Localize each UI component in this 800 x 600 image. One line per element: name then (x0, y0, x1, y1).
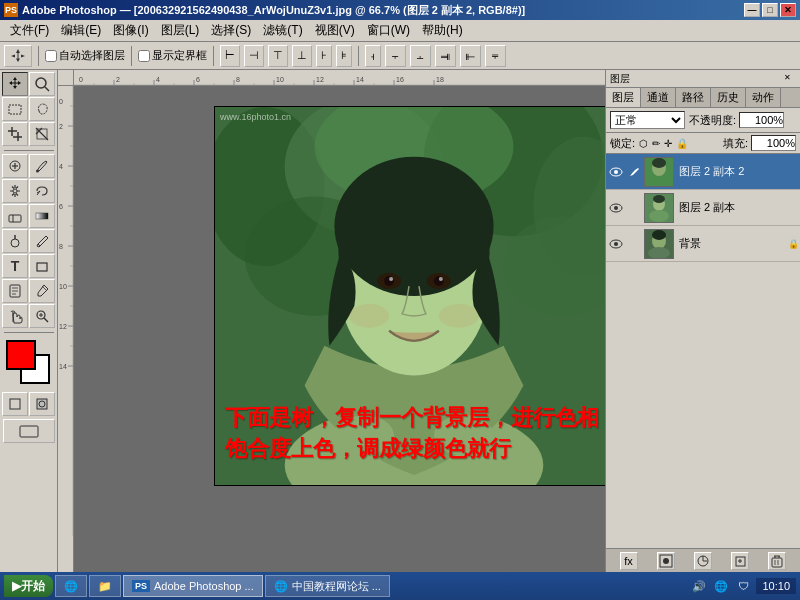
blend-mode-select[interactable]: 正常 溶解 正片叠底 滤色 (610, 111, 685, 129)
lock-paint-icon[interactable]: ✏ (652, 138, 660, 149)
ps-canvas[interactable]: www.16photo1.cn 下面是树，复制一个背景层，进行色相饱合度上色，调… (214, 106, 605, 486)
slice-btn[interactable] (29, 122, 55, 146)
zoom-tool-btn[interactable] (29, 72, 55, 96)
align-top-btn[interactable]: ⊥ (292, 45, 312, 67)
opacity-input[interactable] (739, 112, 784, 128)
eraser-btn[interactable] (2, 204, 28, 228)
pen-icon (34, 233, 50, 249)
text-btn[interactable]: T (2, 254, 28, 278)
pen-btn[interactable] (29, 229, 55, 253)
tab-paths[interactable]: 路径 (676, 88, 711, 107)
crop-btn[interactable] (2, 122, 28, 146)
svg-text:12: 12 (59, 323, 67, 330)
layer-visibility-1[interactable] (608, 200, 624, 216)
notes-btn[interactable] (2, 279, 28, 303)
distribute-center-btn[interactable]: ⫟ (385, 45, 406, 67)
svg-point-111 (652, 158, 666, 168)
dodge-btn[interactable] (2, 229, 28, 253)
tab-history[interactable]: 历史 (711, 88, 746, 107)
align-center-h-btn[interactable]: ⊣ (244, 45, 264, 67)
taskbar-icon-e[interactable]: 🌐 (55, 575, 87, 597)
lasso-btn[interactable] (29, 97, 55, 121)
heal-btn[interactable] (2, 154, 28, 178)
canvas-scroll-area[interactable]: www.16photo1.cn 下面是树，复制一个背景层，进行色相饱合度上色，调… (74, 86, 605, 572)
tab-actions[interactable]: 动作 (746, 88, 781, 107)
taskbar-photoshop[interactable]: PS Adobe Photoshop ... (123, 575, 263, 597)
ie-icon: 🌐 (64, 580, 78, 593)
layer-item-1[interactable]: 图层 2 副本 (606, 190, 800, 226)
layer-name-2: 背景 (676, 236, 786, 251)
gradient-btn[interactable] (29, 204, 55, 228)
menu-edit[interactable]: 编辑(E) (55, 20, 107, 41)
menu-filter[interactable]: 滤镜(T) (257, 20, 308, 41)
brush-icon (34, 158, 50, 174)
align-right-btn[interactable]: ⊤ (268, 45, 288, 67)
tool-row-7 (0, 229, 57, 253)
svg-text:2: 2 (59, 123, 63, 130)
minimize-button[interactable]: — (744, 3, 760, 17)
new-layer-btn[interactable] (731, 552, 749, 570)
mode-row (0, 392, 57, 416)
maximize-button[interactable]: □ (762, 3, 778, 17)
menu-view[interactable]: 视图(V) (309, 20, 361, 41)
system-tray: 🔊 🌐 🛡 10:10 (690, 577, 796, 595)
layer-visibility-0[interactable] (608, 164, 624, 180)
layer-fx-btn[interactable]: fx (620, 552, 638, 570)
foreground-color-swatch[interactable] (6, 340, 36, 370)
taskbar-icon-folder[interactable]: 📁 (89, 575, 121, 597)
brush-indicator-0 (628, 166, 640, 178)
lock-position-icon[interactable]: ✛ (664, 138, 672, 149)
distribute-left-btn[interactable]: ⫞ (365, 45, 381, 67)
lock-all-icon[interactable]: 🔒 (676, 138, 688, 149)
menu-image[interactable]: 图像(I) (107, 20, 154, 41)
screen-mode-btn[interactable] (3, 419, 55, 443)
align-left-btn[interactable]: ⊢ (220, 45, 240, 67)
lock-transparent-icon[interactable]: ⬡ (639, 138, 648, 149)
rect-marquee-btn[interactable] (2, 97, 28, 121)
menu-select[interactable]: 选择(S) (205, 20, 257, 41)
move-tool-btn[interactable] (2, 72, 28, 96)
panel-close-btn[interactable]: ✕ (784, 73, 796, 85)
svg-point-101 (389, 277, 393, 281)
layer-item-2[interactable]: 背景 🔒 (606, 226, 800, 262)
history-brush-btn[interactable] (29, 179, 55, 203)
layer-adj-btn[interactable] (694, 552, 712, 570)
menu-window[interactable]: 窗口(W) (361, 20, 416, 41)
distribute-bottom-btn[interactable]: ⫧ (485, 45, 506, 67)
options-toolbar: 自动选择图层 显示定界框 ⊢ ⊣ ⊤ ⊥ ⊦ ⊧ ⫞ ⫟ ⫠ ⫥ ⫦ ⫧ (0, 42, 800, 70)
menu-file[interactable]: 文件(F) (4, 20, 55, 41)
menu-layer[interactable]: 图层(L) (155, 20, 206, 41)
tab-layers[interactable]: 图层 (606, 88, 641, 107)
layer-mask-btn[interactable] (657, 552, 675, 570)
menu-help[interactable]: 帮助(H) (416, 20, 469, 41)
zoom-icon (34, 76, 50, 92)
brush-btn[interactable] (29, 154, 55, 178)
quick-mask-btn[interactable] (29, 392, 55, 416)
clone-btn[interactable] (2, 179, 28, 203)
delete-layer-btn[interactable] (768, 552, 786, 570)
zoom-btn[interactable] (29, 304, 55, 328)
fill-input[interactable] (751, 135, 796, 151)
distribute-middle-btn[interactable]: ⫦ (460, 45, 481, 67)
shape-btn[interactable] (29, 254, 55, 278)
hand-btn[interactable] (2, 304, 28, 328)
distribute-right-btn[interactable]: ⫠ (410, 45, 431, 67)
taskbar-browser[interactable]: 🌐 中国教程网论坛 ... (265, 575, 390, 597)
close-button[interactable]: ✕ (780, 3, 796, 17)
svg-rect-19 (37, 263, 47, 271)
tab-channels[interactable]: 通道 (641, 88, 676, 107)
align-bottom-btn[interactable]: ⊧ (336, 45, 352, 67)
auto-select-checkbox[interactable] (45, 50, 57, 62)
layer-item-0[interactable]: 图层 2 副本 2 (606, 154, 800, 190)
distribute-top-btn[interactable]: ⫥ (435, 45, 456, 67)
tool-options-btn[interactable] (4, 45, 32, 67)
tool-row-3 (0, 122, 57, 146)
start-button[interactable]: ▶ 开始 (4, 575, 53, 597)
eyedropper-btn[interactable] (29, 279, 55, 303)
show-bounds-checkbox[interactable] (138, 50, 150, 62)
ruler-h-svg: 0 2 4 6 8 10 12 14 (74, 70, 605, 85)
lock-label: 锁定: (610, 136, 635, 151)
align-center-v-btn[interactable]: ⊦ (316, 45, 332, 67)
standard-mode-btn[interactable] (2, 392, 28, 416)
layer-visibility-2[interactable] (608, 236, 624, 252)
